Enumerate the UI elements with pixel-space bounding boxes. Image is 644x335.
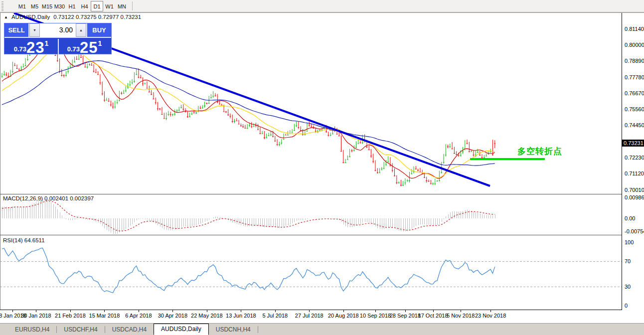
trade-prices-row: 0.73 23 1 0.73 25 1 [4, 39, 111, 55]
timeframe-button-m5[interactable]: M5 [28, 1, 41, 11]
price-axis-label: 0.77780 [625, 74, 644, 80]
buy-price-point: 1 [98, 39, 102, 47]
ohlc-values: 0.73122 0.73275 0.72977 0.73231 [53, 14, 141, 20]
price-axis-label: 0.74450 [625, 122, 644, 128]
timeframe-button-m30[interactable]: M30 [53, 1, 66, 11]
macd-axis-label: 0.00 [625, 215, 635, 221]
tab-eurusd[interactable]: EURUSD,H4 [8, 325, 56, 335]
symbol-title: AUDUSD,Daily [11, 14, 50, 20]
volume-spinner: ▼ 3.00 ▲ [28, 23, 87, 37]
date-axis: 8 Jan 201830 Jan 201821 Feb 201815 Mar 2… [0, 311, 622, 323]
tab-usdcad[interactable]: USDCAD,H4 [105, 325, 154, 335]
timeframe-button-h1[interactable]: H1 [66, 1, 78, 11]
current-price-badge: 0.73231 [622, 140, 644, 147]
rsi-indicator-label: RSI(14) 64.6511 [3, 237, 45, 243]
macd-axis-label: -0.007543 [625, 228, 644, 234]
tab-audusd[interactable]: AUDUSD,Daily [154, 324, 209, 335]
volume-input[interactable]: 3.00 [40, 23, 76, 37]
trading-terminal-window: M1M5M15M30H1H4D1W1MN ▲ AUDUSD,Daily 0.73… [0, 0, 644, 335]
price-axis-label: 0.81140 [625, 26, 644, 32]
timeframe-buttons: M1M5M15M30H1H4D1W1MN [16, 0, 128, 12]
price-axis-label: 0.75560 [625, 106, 644, 112]
trade-controls-row: SELL ▼ 3.00 ▲ BUY [4, 23, 111, 38]
rsi-axis-label: 70 [625, 258, 631, 264]
toolbar-grip-handle[interactable] [1, 1, 3, 11]
timeframe-button-w1[interactable]: W1 [103, 1, 116, 11]
sell-price-prefix: 0.73 [14, 45, 26, 55]
volume-decrease-button[interactable]: ▼ [29, 23, 40, 37]
timeframe-button-h4[interactable]: H4 [78, 1, 91, 11]
buy-price-box[interactable]: 0.73 25 1 [58, 39, 110, 55]
sell-price-box[interactable]: 0.73 23 1 [4, 39, 58, 55]
sell-price-point: 1 [45, 39, 49, 47]
one-click-trading-panel: SELL ▼ 3.00 ▲ BUY 0.73 23 1 0.73 25 1 [4, 23, 112, 54]
buy-price-pips: 25 [80, 40, 98, 55]
tab-divider [258, 326, 258, 333]
rsi-axis-label: 0 [625, 303, 628, 309]
timeframe-button-m1[interactable]: M1 [16, 1, 28, 11]
price-axis: 0.811400.800000.788900.777800.766700.755… [622, 13, 644, 310]
macd-axis-label: 0.009863 [625, 194, 644, 200]
price-axis-label: 0.71120 [625, 170, 644, 176]
collapse-panel-icon[interactable]: ▲ [4, 15, 8, 19]
price-axis-label: 0.78890 [625, 58, 644, 64]
rsi-axis-label: 100 [625, 239, 634, 245]
tab-usdcnh[interactable]: USDCNH,H4 [209, 325, 258, 335]
price-axis-label: 0.70010 [625, 187, 644, 193]
volume-increase-button[interactable]: ▲ [76, 23, 86, 37]
timeframe-button-d1[interactable]: D1 [91, 1, 103, 11]
toolbar-separator [132, 1, 133, 10]
chart-tab-bar: EURUSD,H4USDCHF,H4USDCAD,H4AUDUSD,DailyU… [0, 323, 644, 335]
date-axis-label: 23 Nov 2018 [471, 313, 510, 319]
buy-button[interactable]: BUY [87, 23, 111, 37]
sell-price-pips: 23 [26, 40, 44, 55]
chart-header: ▲ AUDUSD,Daily 0.73122 0.73275 0.72977 0… [4, 14, 141, 20]
rsi-axis-label: 30 [625, 284, 631, 290]
timeframe-button-m15[interactable]: M15 [41, 1, 53, 11]
trend-reversal-annotation: 多空转折点 [517, 146, 562, 157]
price-axis-label: 0.72230 [625, 155, 644, 161]
buy-price-prefix: 0.73 [67, 45, 80, 55]
macd-indicator-label: MACD(12,26,9) 0.002401 0.002397 [3, 195, 94, 201]
timeframe-button-mn[interactable]: MN [116, 1, 128, 11]
timeframe-toolbar: M1M5M15M30H1H4D1W1MN [0, 0, 644, 12]
tab-usdchf[interactable]: USDCHF,H4 [57, 325, 104, 335]
price-axis-label: 0.76670 [625, 90, 644, 96]
sell-button[interactable]: SELL [4, 23, 28, 37]
current-price-value: 0.73231 [624, 140, 644, 146]
price-axis-label: 0.80000 [625, 42, 644, 48]
